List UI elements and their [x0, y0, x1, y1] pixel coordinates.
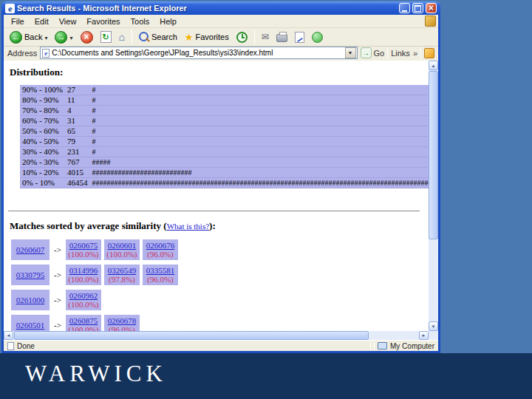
range-cell: 40% - 50%	[20, 137, 65, 147]
favorites-button[interactable]: Favorites	[183, 32, 231, 43]
go-label: Go	[374, 49, 385, 58]
vertical-scrollbar[interactable]	[429, 61, 438, 331]
windows-throbber-icon	[425, 16, 436, 27]
history-clock-icon	[236, 32, 248, 43]
range-cell: 30% - 40%	[20, 147, 65, 157]
range-cell: 90% - 100%	[20, 85, 65, 95]
favorites-label: Favorites	[195, 33, 228, 41]
horizontal-scroll-thumb[interactable]	[14, 331, 369, 340]
match-link[interactable]: 0260601	[108, 241, 137, 250]
search-button[interactable]: Search	[137, 31, 180, 43]
count-cell: 11	[65, 95, 90, 106]
close-button[interactable]	[426, 3, 437, 13]
addon-icon[interactable]	[424, 48, 434, 58]
links-label[interactable]: Links	[391, 49, 410, 58]
address-dropdown-button[interactable]	[345, 47, 356, 58]
messenger-button[interactable]	[310, 31, 325, 44]
address-url: C:\Documents and Settings\George\JPlag_R…	[52, 49, 342, 57]
menu-edit[interactable]: Edit	[30, 16, 54, 27]
ie-logo-icon	[5, 4, 15, 13]
content-row: Distribution: 90% - 100% 27 # 80% - 90% …	[4, 61, 438, 331]
match-link[interactable]: 0335581	[146, 266, 175, 275]
horizontal-scrollbar[interactable]	[4, 331, 429, 340]
menu-help[interactable]: Help	[154, 16, 182, 27]
edit-button[interactable]	[293, 31, 307, 44]
similarity-pct: (100.0%)	[68, 325, 99, 331]
matches-heading-suffix: ):	[209, 220, 216, 231]
range-cell: 50% - 60%	[20, 126, 65, 137]
refresh-button[interactable]	[98, 30, 114, 44]
stop-icon	[81, 31, 93, 44]
menu-view[interactable]: View	[54, 16, 82, 27]
warwick-logo: WARWICK	[25, 361, 167, 387]
menu-file[interactable]: File	[6, 16, 30, 27]
vertical-scroll-thumb[interactable]	[429, 71, 438, 239]
arrow: ->	[52, 265, 63, 285]
match-link[interactable]: 0260676	[146, 241, 175, 250]
matches-table: 0260607 -> 0260675 (100.0%) 0260601 (100…	[8, 235, 181, 331]
range-cell: 20% - 30%	[20, 157, 65, 168]
status-page-icon	[7, 342, 14, 350]
go-button[interactable]: Go	[361, 47, 385, 58]
menu-favorites[interactable]: Favorites	[81, 16, 125, 27]
distribution-row: 90% - 100% 27 #	[20, 85, 429, 95]
distribution-row: 80% - 90% 11 #	[20, 95, 429, 106]
match-cell: 0260675 (100.0%)	[66, 239, 101, 260]
submission-link[interactable]: 0261000	[16, 296, 45, 304]
match-link[interactable]: 0260675	[69, 241, 98, 250]
print-button[interactable]	[274, 31, 290, 43]
match-link[interactable]: 0314996	[69, 266, 98, 275]
mail-envelope-icon	[262, 33, 269, 41]
menu-tools[interactable]: Tools	[126, 16, 155, 27]
bar-cell: #####	[90, 157, 429, 168]
forward-button[interactable]	[52, 30, 75, 44]
match-cell: 0326549 (97.8%)	[104, 265, 140, 285]
back-icon	[10, 31, 22, 44]
address-input[interactable]: C:\Documents and Settings\George\JPlag_R…	[40, 47, 357, 59]
submission-link[interactable]: 0260607	[16, 245, 45, 254]
match-link[interactable]: 0260678	[108, 316, 137, 325]
arrow: ->	[52, 315, 63, 331]
what-is-this-link[interactable]: What is this?	[167, 222, 209, 231]
distribution-row: 20% - 30% 767 #####	[20, 157, 429, 168]
count-cell: 4	[65, 106, 90, 116]
similarity-pct: (100.0%)	[106, 250, 137, 259]
mail-button[interactable]	[259, 32, 271, 42]
distribution-row: 60% - 70% 31 #	[20, 116, 429, 126]
forward-dropdown-icon	[69, 33, 72, 41]
match-cell: 0335581 (96.0%)	[143, 265, 178, 285]
horizontal-scroll-track[interactable]	[369, 331, 419, 340]
back-button[interactable]: Back	[7, 30, 50, 44]
status-divider	[370, 342, 371, 350]
vertical-scroll-track[interactable]	[429, 240, 438, 321]
address-separator	[420, 47, 421, 59]
match-link[interactable]: 0260875	[69, 316, 98, 325]
horizontal-rule	[8, 211, 420, 212]
similarity-pct: (96.0%)	[106, 325, 137, 331]
scroll-down-button[interactable]	[429, 321, 438, 331]
scroll-right-button[interactable]	[419, 331, 429, 340]
scroll-up-button[interactable]	[429, 61, 438, 70]
links-chevron-icon[interactable]	[413, 49, 417, 58]
match-cell: 0314996 (100.0%)	[66, 265, 101, 285]
messenger-icon	[312, 32, 323, 43]
bar-cell: #	[90, 95, 429, 106]
back-label: Back	[24, 33, 42, 41]
bar-cell: #	[90, 126, 429, 137]
maximize-button[interactable]	[412, 3, 423, 13]
submission-link[interactable]: 0260501	[16, 321, 45, 330]
submission-link[interactable]: 0330795	[16, 270, 45, 279]
menu-bar: File Edit View Favorites Tools Help	[4, 15, 438, 28]
search-icon	[139, 32, 149, 42]
similarity-pct: (100.0%)	[68, 275, 99, 284]
similarity-pct: (96.0%)	[145, 275, 176, 284]
match-cell: 0260678 (96.0%)	[104, 315, 140, 331]
stop-button[interactable]	[78, 30, 95, 44]
home-button[interactable]	[117, 31, 127, 43]
match-link[interactable]: 0260962	[69, 291, 98, 300]
match-link[interactable]: 0326549	[108, 266, 137, 275]
bar-cell: #	[90, 137, 429, 147]
minimize-button[interactable]	[399, 3, 410, 13]
scroll-left-button[interactable]	[4, 331, 13, 340]
history-button[interactable]	[234, 31, 250, 44]
